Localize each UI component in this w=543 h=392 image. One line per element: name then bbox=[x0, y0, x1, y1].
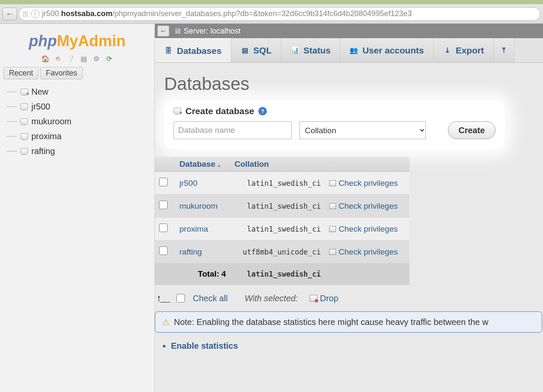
row-checkbox[interactable] bbox=[159, 246, 168, 255]
reload-icon[interactable]: ⟳ bbox=[105, 54, 113, 63]
tree-item-rafting[interactable]: rafting bbox=[5, 144, 154, 159]
export-icon: ⤓ bbox=[443, 46, 451, 55]
collapse-nav-button[interactable]: ← bbox=[157, 25, 169, 36]
row-checkbox[interactable] bbox=[159, 201, 168, 209]
drop-label: Drop bbox=[320, 294, 338, 303]
create-database-panel: Create database ? Collation Create bbox=[164, 100, 505, 149]
tree-item-label: mukuroom bbox=[31, 117, 71, 126]
tree-item-proxima[interactable]: proxima bbox=[5, 129, 154, 144]
nav-sidebar: phpMyAdmin 🏠 ⎋ ❔ ▤ ⚙ ⟳ Recent Favorites … bbox=[0, 24, 155, 392]
browser-toolbar: ← ⚿ i jr500.hostsaba.com/phpmyadmin/serv… bbox=[0, 4, 543, 24]
col-database[interactable]: Database▲ bbox=[175, 157, 230, 172]
total-label: Total: 4 bbox=[175, 263, 230, 285]
page-title: Databases bbox=[155, 63, 543, 100]
table-row: proxima latin1_swedish_ci Check privileg… bbox=[155, 218, 409, 241]
privileges-icon bbox=[329, 180, 336, 186]
help-icon[interactable]: ? bbox=[258, 107, 267, 115]
tree-new-db[interactable]: New bbox=[5, 84, 154, 99]
total-collation: latin1_swedish_ci bbox=[230, 263, 325, 285]
statistics-note: ⚠ Note: Enabling the database statistics… bbox=[155, 311, 542, 333]
check-privileges-link[interactable]: Check privileges bbox=[339, 202, 397, 210]
table-bulk-actions: ↑__ Check all With selected: Drop bbox=[155, 285, 543, 310]
database-name-input[interactable] bbox=[174, 121, 292, 139]
address-bar[interactable]: ⚿ i jr500.hostsaba.com/phpmyadmin/server… bbox=[19, 7, 540, 21]
table-row: mukuroom latin1_swedish_ci Check privile… bbox=[155, 195, 409, 218]
col-action bbox=[325, 157, 409, 172]
database-icon bbox=[20, 118, 28, 125]
logo-myadmin: MyAdmin bbox=[57, 32, 126, 50]
warning-icon: ⚠ bbox=[162, 317, 170, 327]
tree-item-label: rafting bbox=[31, 146, 55, 156]
db-link-jr500[interactable]: jr500 bbox=[179, 179, 197, 188]
tab-recent[interactable]: Recent bbox=[3, 67, 39, 79]
check-privileges-link[interactable]: Check privileges bbox=[339, 247, 397, 256]
note-text: Note: Enabling the database statistics h… bbox=[174, 317, 488, 327]
databases-table: Database▲ Collation jr500 latin1_swedish… bbox=[155, 157, 409, 285]
row-collation: latin1_swedish_ci bbox=[230, 195, 325, 218]
with-selected-label: With selected: bbox=[245, 294, 298, 303]
import-icon: ⤒ bbox=[500, 46, 508, 55]
logout-icon[interactable]: ⎋ bbox=[54, 54, 62, 63]
create-button[interactable]: Create bbox=[448, 121, 495, 139]
key-icon: ⚿ bbox=[22, 11, 28, 17]
row-checkbox[interactable] bbox=[159, 224, 168, 232]
tab-more[interactable]: ⤒ bbox=[494, 38, 515, 62]
tab-label: Databases bbox=[177, 46, 221, 56]
tab-label: SQL bbox=[253, 45, 272, 56]
database-icon: 🗄 bbox=[164, 47, 173, 55]
top-tabs: 🗄 Databases ▤ SQL 📊 Status 👥 User accoun… bbox=[155, 38, 543, 63]
breadcrumb[interactable]: 🖥 Server: localhost bbox=[174, 27, 241, 36]
col-collation[interactable]: Collation bbox=[230, 157, 325, 172]
check-privileges-link[interactable]: Check privileges bbox=[339, 224, 397, 233]
settings-gear-icon[interactable]: ⚙ bbox=[92, 54, 101, 63]
check-privileges-link[interactable]: Check privileges bbox=[339, 179, 397, 188]
arrow-up-icon: ↑__ bbox=[157, 293, 169, 304]
db-link-rafting[interactable]: rafting bbox=[179, 247, 202, 256]
tree-item-label: proxima bbox=[31, 132, 62, 141]
logo-php: php bbox=[29, 32, 57, 50]
tree-item-mukuroom[interactable]: mukuroom bbox=[5, 114, 154, 129]
users-icon: 👥 bbox=[350, 46, 358, 55]
enable-statistics-link[interactable]: Enable statistics bbox=[171, 341, 543, 351]
privileges-icon bbox=[329, 249, 336, 255]
tab-user-accounts[interactable]: 👥 User accounts bbox=[340, 38, 434, 62]
site-info-icon[interactable]: i bbox=[31, 10, 39, 18]
table-total-row: Total: 4 latin1_swedish_ci bbox=[155, 263, 409, 285]
browser-back-button[interactable]: ← bbox=[3, 8, 17, 20]
database-icon bbox=[20, 148, 28, 155]
db-link-mukuroom[interactable]: mukuroom bbox=[179, 202, 218, 210]
tree-item-jr500[interactable]: jr500 bbox=[5, 99, 154, 114]
db-tree: New jr500 mukuroom proxima rafting bbox=[0, 82, 154, 159]
collation-select[interactable]: Collation bbox=[299, 121, 426, 139]
tab-favorites[interactable]: Favorites bbox=[40, 67, 83, 79]
sql-icon: ▤ bbox=[241, 46, 249, 55]
recent-favorites-tabs: Recent Favorites bbox=[0, 67, 154, 82]
create-db-heading: Create database ? bbox=[174, 106, 495, 121]
db-new-icon bbox=[20, 89, 28, 95]
row-checkbox[interactable] bbox=[159, 178, 168, 186]
breadcrumb-text: Server: localhost bbox=[184, 27, 241, 36]
phpmyadmin-logo[interactable]: phpMyAdmin bbox=[0, 24, 154, 53]
arrow-left-icon: ← bbox=[6, 9, 14, 19]
home-icon[interactable]: 🏠 bbox=[41, 54, 50, 63]
row-collation: latin1_swedish_ci bbox=[230, 218, 325, 241]
db-new-icon bbox=[174, 108, 181, 115]
tab-export[interactable]: ⤓ Export bbox=[434, 38, 494, 62]
privileges-icon bbox=[329, 203, 336, 209]
tree-item-label: jr500 bbox=[31, 102, 50, 112]
db-link-proxima[interactable]: proxima bbox=[179, 224, 208, 233]
sort-asc-icon: ▲ bbox=[217, 163, 221, 168]
status-icon: 📊 bbox=[291, 46, 299, 55]
privileges-icon bbox=[329, 226, 336, 232]
check-all-link[interactable]: Check all bbox=[193, 294, 227, 303]
tab-sql[interactable]: ▤ SQL bbox=[231, 38, 281, 62]
tab-label: User accounts bbox=[362, 45, 424, 56]
check-all-checkbox[interactable] bbox=[176, 294, 185, 302]
sidebar-quick-icons: 🏠 ⎋ ❔ ▤ ⚙ ⟳ bbox=[0, 53, 154, 67]
drop-icon bbox=[310, 295, 317, 302]
tab-status[interactable]: 📊 Status bbox=[281, 38, 340, 62]
sql-query-icon[interactable]: ▤ bbox=[79, 54, 88, 63]
docs-help-icon[interactable]: ❔ bbox=[67, 54, 75, 63]
tab-databases[interactable]: 🗄 Databases bbox=[155, 38, 231, 62]
drop-link[interactable]: Drop bbox=[310, 294, 338, 303]
